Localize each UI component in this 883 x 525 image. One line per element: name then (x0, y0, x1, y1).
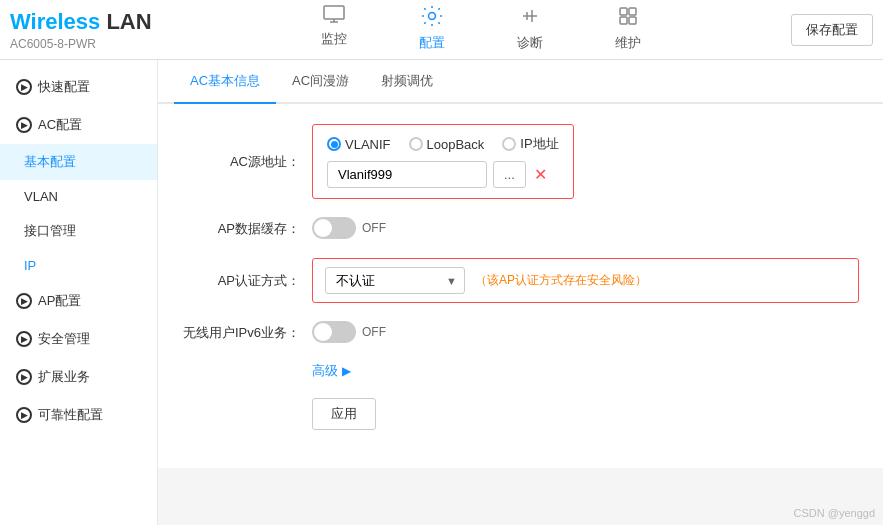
radio-vlanif[interactable]: VLANIF (327, 137, 391, 152)
apply-button[interactable]: 应用 (312, 398, 376, 430)
svg-rect-7 (620, 8, 627, 15)
ac-source-label: AC源地址： (182, 153, 312, 171)
ap-auth-control: 不认证 ▼ （该AP认证方式存在安全风险） (312, 258, 859, 303)
nav-config-label: 配置 (419, 34, 445, 52)
apply-row: 应用 (182, 398, 859, 430)
sidebar: ▶ 快速配置 ▶ AC配置 基本配置 VLAN 接口管理 IP ▶ AP配置 ▶… (0, 60, 158, 525)
wireless-ipv6-toggle-thumb (314, 323, 332, 341)
ac-config-icon: ▶ (16, 117, 32, 133)
wireless-ipv6-control: OFF (312, 321, 859, 344)
sidebar-item-extend[interactable]: ▶ 扩展业务 (0, 358, 157, 396)
nav-maintain[interactable]: 维护 (599, 0, 657, 62)
radio-vlanif-label: VLANIF (345, 137, 391, 152)
ap-data-cache-toggle[interactable]: OFF (312, 217, 386, 239)
wireless-ipv6-toggle-track[interactable] (312, 321, 356, 343)
sidebar-label-reliable: 可靠性配置 (38, 406, 103, 424)
sidebar-label-ap-config: AP配置 (38, 292, 81, 310)
app-logo: Wireless LAN (10, 9, 152, 35)
svg-rect-8 (629, 8, 636, 15)
sidebar-label-ac-config: AC配置 (38, 116, 82, 134)
sidebar-item-security[interactable]: ▶ 安全管理 (0, 320, 157, 358)
config-icon (421, 5, 443, 32)
radio-loopback-dot (409, 137, 423, 151)
ap-auth-select-wrap: 不认证 ▼ (325, 267, 465, 294)
sidebar-item-quick-config[interactable]: ▶ 快速配置 (0, 68, 157, 106)
radio-ip-addr[interactable]: IP地址 (502, 135, 558, 153)
sidebar-item-basic-config[interactable]: 基本配置 (0, 144, 157, 180)
ap-auth-select[interactable]: 不认证 (325, 267, 465, 294)
svg-point-3 (429, 13, 436, 20)
radio-vlanif-dot (327, 137, 341, 151)
ap-auth-redbox: 不认证 ▼ （该AP认证方式存在安全风险） (312, 258, 859, 303)
nav-diagnose[interactable]: 诊断 (501, 0, 559, 62)
tab-rf-opt[interactable]: 射频调优 (365, 60, 449, 104)
ap-config-icon: ▶ (16, 293, 32, 309)
ap-auth-row: AP认证方式： 不认证 ▼ （该AP认证方式存在安全风险） (182, 258, 859, 303)
tab-bar: AC基本信息 AC间漫游 射频调优 (158, 60, 883, 104)
advanced-link[interactable]: 高级 ▶ (312, 362, 351, 380)
dots-button[interactable]: ... (493, 161, 526, 188)
svg-rect-10 (629, 17, 636, 24)
advanced-row: 高级 ▶ (182, 362, 859, 380)
wireless-ipv6-off-label: OFF (362, 325, 386, 339)
ap-data-cache-row: AP数据缓存： OFF (182, 217, 859, 240)
content-area: AC基本信息 AC间漫游 射频调优 AC源地址： VLAN (158, 60, 883, 525)
svg-rect-9 (620, 17, 627, 24)
sidebar-item-ip[interactable]: IP (0, 249, 157, 282)
sidebar-item-vlan[interactable]: VLAN (0, 180, 157, 213)
form-area: AC源地址： VLANIF LoopBack (158, 104, 883, 468)
nav-config[interactable]: 配置 (403, 0, 461, 62)
nav-diagnose-label: 诊断 (517, 34, 543, 52)
radio-loopback-label: LoopBack (427, 137, 485, 152)
toggle-track[interactable] (312, 217, 356, 239)
monitor-icon (323, 5, 345, 28)
ac-source-row: AC源地址： VLANIF LoopBack (182, 124, 859, 199)
wireless-ipv6-row: 无线用户IPv6业务： OFF (182, 321, 859, 344)
sidebar-label-basic-config: 基本配置 (24, 154, 76, 169)
watermark: CSDN @yenggd (794, 507, 875, 519)
maintain-icon (617, 5, 639, 32)
apply-control: 应用 (312, 398, 859, 430)
tab-ac-roam[interactable]: AC间漫游 (276, 60, 365, 104)
sidebar-label-vlan: VLAN (24, 189, 58, 204)
reliable-icon: ▶ (16, 407, 32, 423)
clear-button[interactable]: ✕ (532, 163, 549, 186)
ap-data-cache-control: OFF (312, 217, 859, 240)
sidebar-item-reliable[interactable]: ▶ 可靠性配置 (0, 396, 157, 434)
nav-monitor[interactable]: 监控 (305, 0, 363, 62)
security-icon: ▶ (16, 331, 32, 347)
sidebar-item-interface[interactable]: 接口管理 (0, 213, 157, 249)
sidebar-label-extend: 扩展业务 (38, 368, 90, 386)
sidebar-label-quick-config: 快速配置 (38, 78, 90, 96)
sidebar-label-ip: IP (24, 258, 36, 273)
device-name: AC6005-8-PWR (10, 37, 172, 51)
radio-group: VLANIF LoopBack IP地址 (327, 135, 559, 153)
advanced-label: 高级 (312, 362, 338, 380)
ap-data-cache-label: AP数据缓存： (182, 220, 312, 238)
radio-loopback[interactable]: LoopBack (409, 137, 485, 152)
nav-monitor-label: 监控 (321, 30, 347, 48)
diagnose-icon (519, 5, 541, 32)
toggle-off-label: OFF (362, 221, 386, 235)
vlanif-input[interactable] (327, 161, 487, 188)
vlanif-input-group: ... ✕ (327, 161, 559, 188)
quick-config-icon: ▶ (16, 79, 32, 95)
extend-icon: ▶ (16, 369, 32, 385)
sidebar-label-security: 安全管理 (38, 330, 90, 348)
ap-auth-warning: （该AP认证方式存在安全风险） (475, 272, 647, 289)
top-nav: 监控 配置 诊断 维护 (172, 0, 791, 62)
ac-source-redbox: VLANIF LoopBack IP地址 (312, 124, 574, 199)
ac-source-control: VLANIF LoopBack IP地址 (312, 124, 859, 199)
wireless-ipv6-label: 无线用户IPv6业务： (182, 324, 312, 342)
sidebar-item-ap-config[interactable]: ▶ AP配置 (0, 282, 157, 320)
advanced-control: 高级 ▶ (312, 362, 859, 380)
sidebar-item-ac-config[interactable]: ▶ AC配置 (0, 106, 157, 144)
save-button[interactable]: 保存配置 (791, 14, 873, 46)
radio-ipaddr-dot (502, 137, 516, 151)
tab-ac-basic[interactable]: AC基本信息 (174, 60, 276, 104)
wireless-ipv6-toggle[interactable]: OFF (312, 321, 386, 343)
advanced-arrow-icon: ▶ (342, 364, 351, 378)
radio-ipaddr-label: IP地址 (520, 135, 558, 153)
nav-maintain-label: 维护 (615, 34, 641, 52)
ap-auth-label: AP认证方式： (182, 272, 312, 290)
